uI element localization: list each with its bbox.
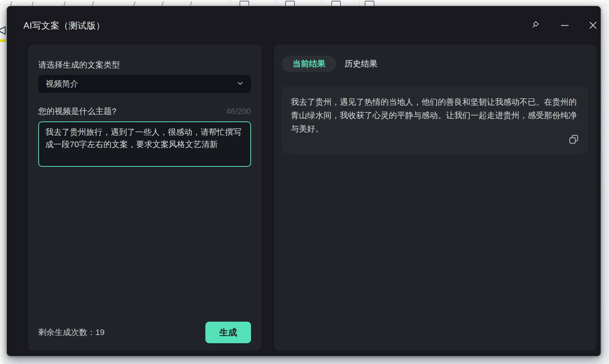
- copy-icon[interactable]: [568, 133, 580, 145]
- results-tabs: 当前结果 历史结果: [282, 56, 377, 72]
- background-toolbar-separator: [322, 0, 322, 6]
- copy-type-label: 请选择生成的文案类型: [38, 59, 120, 71]
- screen: AI写文案（测试版）: [0, 0, 609, 364]
- close-icon[interactable]: [587, 20, 599, 31]
- tab-current-result[interactable]: 当前结果: [282, 56, 336, 72]
- generate-row: 剩余生成次数：19 生成: [38, 322, 251, 344]
- tab-history-result[interactable]: 历史结果: [345, 58, 377, 69]
- ai-copywriting-dialog: AI写文案（测试版）: [7, 6, 601, 356]
- minimize-icon[interactable]: [559, 20, 570, 31]
- result-card: 我去了贵州，遇见了热情的当地人，他们的善良和坚韧让我感动不已。在贵州的青山绿水间…: [282, 86, 588, 153]
- background-toolbar-separator: [359, 0, 360, 6]
- input-panel: 请选择生成的文案类型 视频简介 您的视频是什么主题? 46/200 我去了贵州旅…: [28, 45, 261, 351]
- background-toolbar-separator: [276, 0, 276, 6]
- copy-type-select[interactable]: 视频简介: [38, 75, 251, 93]
- result-text: 我去了贵州，遇见了热情的当地人，他们的善良和坚韧让我感动不已。在贵州的青山绿水间…: [291, 95, 579, 136]
- background-toolbar: [0, 0, 609, 6]
- remaining-count-label: 剩余生成次数：19: [38, 327, 104, 338]
- topic-label-row: 您的视频是什么主题? 46/200: [38, 106, 251, 117]
- copy-type-selected-value: 视频简介: [46, 78, 236, 90]
- topic-label: 您的视频是什么主题?: [38, 106, 116, 117]
- background-side-toolbar: [0, 6, 6, 364]
- pin-icon[interactable]: [530, 20, 541, 31]
- background-toolbar-separator: [230, 0, 231, 6]
- generate-button[interactable]: 生成: [205, 322, 251, 343]
- background-pen-tool-icon: [0, 24, 6, 46]
- char-counter: 46/200: [226, 107, 251, 116]
- dialog-title: AI写文案（测试版）: [23, 20, 105, 32]
- chevron-down-icon: [236, 79, 244, 89]
- topic-input[interactable]: 我去了贵州旅行，遇到了一些人，很感动，请帮忙撰写成一段70字左右的文案，要求文案…: [38, 121, 251, 167]
- dialog-titlebar: AI写文案（测试版）: [7, 6, 600, 39]
- results-panel: 当前结果 历史结果 我去了贵州，遇见了热情的当地人，他们的善良和坚韧让我感动不已…: [274, 45, 596, 351]
